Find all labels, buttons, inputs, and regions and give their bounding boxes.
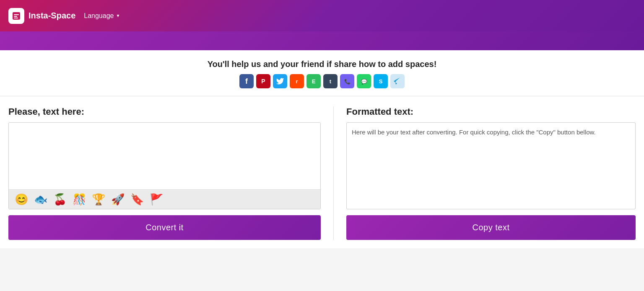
twitter-icon[interactable] <box>273 74 287 88</box>
svg-text:r: r <box>296 78 298 85</box>
tumblr-icon[interactable]: t <box>323 74 338 88</box>
emoji-flag[interactable]: 🚩 <box>149 193 164 206</box>
emoji-fish[interactable]: 🐟 <box>33 193 48 206</box>
svg-text:S: S <box>379 78 383 85</box>
telegram-icon[interactable] <box>390 74 405 88</box>
reddit-icon[interactable]: r <box>290 74 304 88</box>
emoji-bar: 😊 🐟 🍒 🎊 🏆 🚀 🔖 🚩 <box>9 189 320 209</box>
pinterest-icon[interactable]: P <box>256 74 270 88</box>
svg-text:💬: 💬 <box>361 78 367 85</box>
input-panel-title: Please, text here: <box>8 106 321 117</box>
social-icons-container: f P r E t 📞 💬 S <box>0 74 644 88</box>
share-section: You'll help us and your friend if share … <box>0 50 644 96</box>
logo-container: Insta-Space <box>8 8 75 24</box>
whatsapp-icon[interactable]: 💬 <box>357 74 371 88</box>
panel-divider <box>333 106 334 240</box>
logo-icon <box>8 8 24 24</box>
svg-rect-2 <box>14 16 17 17</box>
right-panel: Formatted text: Here will be your text a… <box>338 106 636 240</box>
emoji-party[interactable]: 🎊 <box>72 193 87 206</box>
viber-icon[interactable]: 📞 <box>340 74 354 88</box>
evernote-icon[interactable]: E <box>306 74 321 88</box>
output-placeholder: Here will be your text after converting.… <box>352 129 596 136</box>
svg-text:E: E <box>312 78 316 85</box>
skype-icon[interactable]: S <box>374 74 388 88</box>
svg-rect-1 <box>14 14 19 15</box>
svg-text:P: P <box>261 78 265 85</box>
svg-rect-18 <box>390 74 405 88</box>
left-panel: Please, text here: 😊 🐟 🍒 🎊 🏆 🚀 🔖 🚩 Conve… <box>8 106 329 240</box>
emoji-rocket[interactable]: 🚀 <box>110 193 125 206</box>
language-dropdown[interactable]: Language <box>84 12 120 20</box>
svg-text:📞: 📞 <box>344 78 351 85</box>
app-header: Insta-Space Language <box>0 0 644 31</box>
output-panel-title: Formatted text: <box>346 106 636 117</box>
svg-rect-3 <box>14 18 18 18</box>
text-input-container: 😊 🐟 🍒 🎊 🏆 🚀 🔖 🚩 <box>8 122 321 209</box>
emoji-smiley[interactable]: 😊 <box>14 193 29 206</box>
convert-button[interactable]: Convert it <box>8 215 321 240</box>
app-title: Insta-Space <box>29 11 75 21</box>
share-message: You'll help us and your friend if share … <box>0 59 644 69</box>
emoji-bookmark[interactable]: 🔖 <box>130 193 145 206</box>
text-input[interactable] <box>9 123 320 188</box>
emoji-cherries[interactable]: 🍒 <box>52 193 68 206</box>
emoji-trophy[interactable]: 🏆 <box>91 193 106 206</box>
facebook-icon[interactable]: f <box>239 74 254 88</box>
main-content: Please, text here: 😊 🐟 🍒 🎊 🏆 🚀 🔖 🚩 Conve… <box>0 96 644 248</box>
sub-header-band <box>0 31 644 50</box>
copy-button[interactable]: Copy text <box>346 215 636 240</box>
formatted-output: Here will be your text after converting.… <box>346 122 636 209</box>
svg-text:t: t <box>330 78 332 85</box>
